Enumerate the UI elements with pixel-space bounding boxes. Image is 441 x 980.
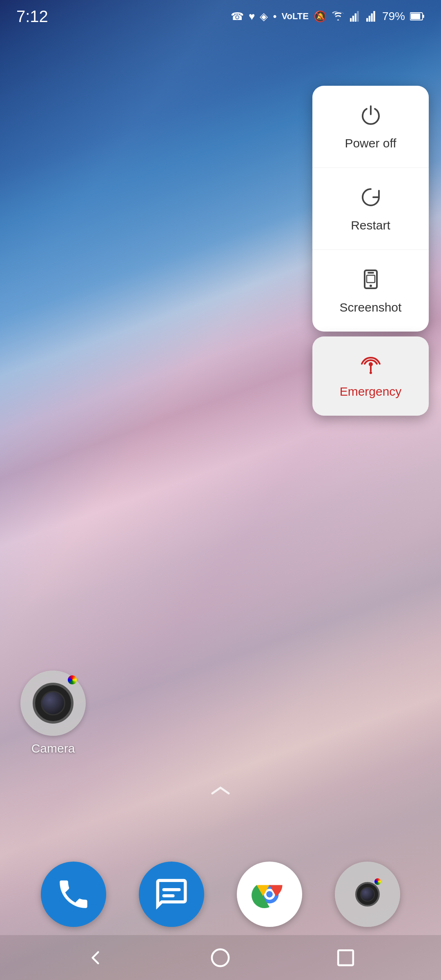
status-icons: ☎ ♥ ◈ • VoLTE 🔕 79% xyxy=(231,10,425,23)
wifi-icon xyxy=(332,11,345,22)
back-button[interactable] xyxy=(79,941,111,974)
svg-point-23 xyxy=(266,891,273,898)
menu-card: Power off Restart Screenshot xyxy=(312,86,429,332)
camera2-rainbow-dot xyxy=(374,878,381,885)
svg-rect-6 xyxy=(371,13,373,22)
svg-rect-19 xyxy=(163,894,175,898)
phone-dock-icon[interactable] xyxy=(41,862,106,927)
camera-dock-icon[interactable] xyxy=(335,862,400,927)
emergency-label: Emergency xyxy=(340,385,402,399)
svg-rect-18 xyxy=(163,888,181,891)
status-bar: 7:12 ☎ ♥ ◈ • VoLTE 🔕 79% xyxy=(0,0,441,33)
svg-rect-2 xyxy=(355,13,356,22)
status-time: 7:12 xyxy=(16,7,48,26)
rainbow-dot xyxy=(68,675,77,684)
screenshot-button[interactable]: Screenshot xyxy=(312,250,429,332)
nav-bar xyxy=(0,935,441,980)
power-off-label: Power off xyxy=(345,136,396,150)
svg-rect-0 xyxy=(350,18,352,22)
signal2-icon xyxy=(366,11,377,22)
nfc-icon: ◈ xyxy=(260,10,268,23)
svg-rect-4 xyxy=(366,18,368,22)
camera-app-icon[interactable]: Camera xyxy=(20,670,86,755)
svg-point-24 xyxy=(212,949,229,966)
dot-icon: • xyxy=(273,10,276,23)
svg-rect-7 xyxy=(373,11,375,22)
power-menu: Power off Restart Screenshot xyxy=(312,86,429,416)
camera-lens-ring xyxy=(33,683,74,724)
camera2-lens-ring xyxy=(355,882,380,906)
drawer-indicator[interactable] xyxy=(208,782,233,800)
mute-icon: 🔕 xyxy=(314,10,327,23)
svg-point-17 xyxy=(370,372,372,374)
sim-icon: ☎ xyxy=(231,10,244,23)
dock xyxy=(0,853,441,935)
svg-rect-1 xyxy=(352,16,354,22)
camera-app-label: Camera xyxy=(31,742,75,755)
svg-point-13 xyxy=(370,285,372,287)
camera-lens xyxy=(41,691,65,715)
signal1-icon xyxy=(350,11,361,22)
svg-rect-3 xyxy=(357,11,359,22)
recents-button[interactable] xyxy=(330,941,362,974)
svg-rect-9 xyxy=(411,13,420,19)
power-off-icon xyxy=(359,103,383,131)
home-button[interactable] xyxy=(204,941,237,974)
restart-button[interactable]: Restart xyxy=(312,168,429,250)
restart-icon xyxy=(359,185,383,213)
svg-rect-25 xyxy=(338,950,353,965)
fitness-icon: ♥ xyxy=(249,10,255,23)
chrome-dock-icon[interactable] xyxy=(237,862,302,927)
volte-icon: VoLTE xyxy=(282,11,309,22)
svg-rect-10 xyxy=(423,15,424,18)
camera-icon-circle xyxy=(20,670,86,736)
power-off-button[interactable]: Power off xyxy=(312,86,429,168)
svg-rect-5 xyxy=(369,16,370,22)
emergency-icon xyxy=(359,354,383,379)
screenshot-label: Screenshot xyxy=(340,301,402,314)
screenshot-icon xyxy=(359,267,383,295)
messages-dock-icon[interactable] xyxy=(139,862,204,927)
emergency-button[interactable]: Emergency xyxy=(312,336,429,416)
battery-icon xyxy=(410,11,425,22)
svg-rect-14 xyxy=(367,275,375,283)
camera2-lens xyxy=(360,887,375,902)
battery-percent: 79% xyxy=(382,10,405,23)
restart-label: Restart xyxy=(351,218,390,232)
